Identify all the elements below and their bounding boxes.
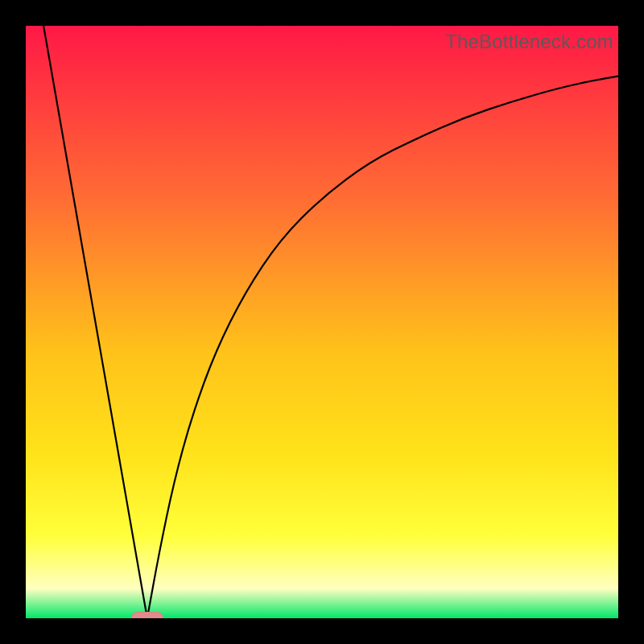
curve-path: [43, 26, 618, 618]
plot-area: TheBottleneck.com: [26, 26, 618, 618]
chart-frame: TheBottleneck.com: [0, 0, 644, 644]
bottleneck-curve: [26, 26, 618, 618]
minimum-marker: [131, 612, 163, 618]
